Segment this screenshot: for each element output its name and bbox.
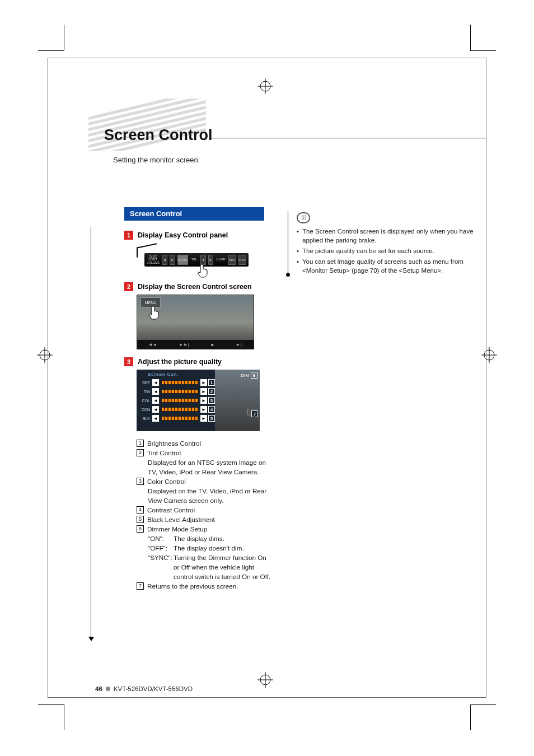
ecp-nav-button[interactable]: NAV <box>238 255 246 265</box>
slider-tag: CON <box>139 408 151 412</box>
slider-dec[interactable]: ◄ <box>152 415 159 422</box>
mode-key: "SYNC": <box>148 553 174 582</box>
mode-val: The display doesn't dim. <box>174 544 271 553</box>
slider-tag: BRT <box>139 381 151 385</box>
page-number: 46 <box>95 685 102 692</box>
crop-mark <box>470 704 496 705</box>
flow-arrow <box>90 227 93 641</box>
screen-header: Screen Con. <box>137 370 215 378</box>
def-head: Returns to the previous screen. <box>147 582 238 591</box>
ecp-scrn-button[interactable]: SCRN <box>177 255 188 265</box>
step-3: 3 Adjust the picture quality <box>124 357 270 366</box>
def-head: Contrast Control <box>147 506 195 515</box>
page-footer: 46 KVT-526DVD/KVT-556DVD <box>95 685 193 692</box>
slider-track[interactable] <box>161 380 198 385</box>
return-button[interactable]: 7 <box>247 409 256 416</box>
slider-tag: COL <box>139 399 151 403</box>
ecp-left-label: DISC CONT. VOLUME <box>147 255 160 265</box>
slider-inc[interactable]: ► <box>200 379 207 386</box>
def-head: Color Control <box>147 477 186 487</box>
left-column: Screen Control 1 Display Easy Control pa… <box>124 207 270 591</box>
figure-screen-control-screen: MENU ◄◄ ►►| ■ ►|| <box>137 295 254 349</box>
footer-model: KVT-526DVD/KVT-556DVD <box>114 685 193 692</box>
def-head: Dimmer Mode Setup <box>147 525 207 534</box>
ecp-arrow-button[interactable]: ◄ <box>162 255 167 265</box>
ecp-tel-label: TEL <box>190 258 198 262</box>
transport-play[interactable]: ►|| <box>236 342 242 347</box>
slider-dec[interactable]: ◄ <box>152 379 159 386</box>
transport-ff[interactable]: ►►| <box>179 342 189 347</box>
note-item: The picture quality can be set for each … <box>297 246 481 256</box>
crop-mark <box>64 704 64 730</box>
transport-bar: ◄◄ ►►| ■ ►|| <box>137 340 254 349</box>
title-rule <box>212 138 486 138</box>
def-number: 1 <box>137 440 144 447</box>
def-number: 2 <box>137 449 144 456</box>
def-item: 5Black Level Adjustment <box>137 515 271 525</box>
slider-dec[interactable]: ◄ <box>152 388 159 395</box>
mode-key: "ON": <box>148 534 174 544</box>
step-label: Display the Screen Control screen <box>138 283 252 291</box>
crop-mark <box>64 25 64 50</box>
callout-box: 7 <box>251 410 258 417</box>
note-item: You can set image quality of screens suc… <box>297 257 481 276</box>
def-sub: Displayed for an NTSC system image on TV… <box>148 458 271 477</box>
transport-rew[interactable]: ◄◄ <box>148 342 157 347</box>
def-number: 6 <box>137 525 144 533</box>
footer-bullet-icon <box>106 687 110 691</box>
slider-track[interactable] <box>161 416 198 421</box>
page-subtitle: Setting the monitor screen. <box>113 156 200 164</box>
slider-inc[interactable]: ► <box>200 415 207 422</box>
dim-toggle[interactable]: DIM 6 <box>241 372 257 379</box>
column-dot <box>286 273 290 277</box>
def-item: 1Brightness Control <box>137 439 271 449</box>
notes-list: The Screen Control screen is displayed o… <box>297 227 481 276</box>
definitions-list: 1Brightness Control2Tint ControlDisplaye… <box>137 439 271 591</box>
mode-val: The display dims. <box>174 534 271 544</box>
step-number: 2 <box>124 282 133 291</box>
def-number: 5 <box>137 516 144 523</box>
slider-track[interactable] <box>161 398 198 403</box>
def-number: 7 <box>137 582 144 590</box>
note-item: The Screen Control screen is displayed o… <box>297 227 481 245</box>
step-number: 1 <box>124 231 133 240</box>
slider-inc[interactable]: ► <box>200 397 207 404</box>
mode-key: "OFF": <box>148 544 174 553</box>
def-item: 6Dimmer Mode Setup <box>137 525 271 534</box>
slider-inc[interactable]: ► <box>200 406 207 413</box>
def-head: Brightness Control <box>147 439 201 449</box>
section-heading: Screen Control <box>124 207 264 221</box>
def-head: Black Level Adjustment <box>147 515 215 525</box>
def-item: 2Tint Control <box>137 449 271 458</box>
step-number: 3 <box>124 357 133 366</box>
note-icon: ⁞⁞⁞ <box>297 212 310 223</box>
callout-box: 1 <box>208 379 215 386</box>
def-head: Tint Control <box>147 449 181 458</box>
def-number: 3 <box>137 478 144 485</box>
def-item: 3Color Control <box>137 477 271 487</box>
mode-val: Turning the Dimmer function On or Off wh… <box>174 553 271 582</box>
def-number: 4 <box>137 506 144 514</box>
figure-adjust-quality: Screen Con. BRT◄►1TIN◄►2COL◄►3CON◄►4BLK◄… <box>137 370 260 431</box>
crop-mark <box>470 704 471 730</box>
slider-inc[interactable]: ► <box>200 388 207 395</box>
step-2: 2 Display the Screen Control screen <box>124 282 270 291</box>
page-title: Screen Control <box>104 127 213 144</box>
callout-box: 3 <box>208 397 215 404</box>
callout-box: 5 <box>208 415 215 422</box>
slider-dec[interactable]: ◄ <box>152 406 159 413</box>
slider-tag: TIN <box>139 390 151 394</box>
callout-box: 4 <box>208 406 215 413</box>
step-label: Display Easy Control panel <box>138 231 228 239</box>
slider-track[interactable] <box>161 407 198 412</box>
def-modes: "ON":The display dims."OFF":The display … <box>148 534 271 582</box>
ecp-src-button[interactable]: SRC <box>228 255 236 265</box>
slider-track[interactable] <box>161 389 198 394</box>
column-rule <box>288 211 288 275</box>
crop-mark <box>470 25 471 50</box>
transport-stop[interactable]: ■ <box>211 342 214 347</box>
slider-dec[interactable]: ◄ <box>152 397 159 404</box>
def-item: 7Returns to the previous screen. <box>137 582 271 591</box>
def-sub: Displayed on the TV, Video, iPod or Rear… <box>148 487 271 506</box>
ecp-arrow-button[interactable]: ► <box>170 255 175 265</box>
